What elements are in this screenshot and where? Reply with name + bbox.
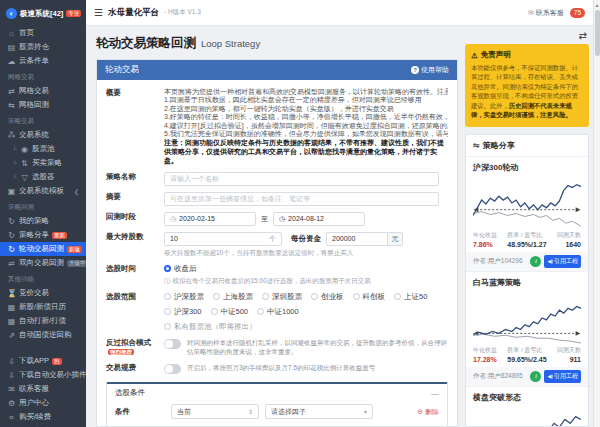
home-icon: ⌂	[7, 29, 16, 38]
right-sidebar: ⇄ ⚠ 免责声明 本功能仅供参考，不保证回测数据、计算过程、计算结果，存在错误、…	[465, 26, 589, 427]
main-area: ☰ 水母量化平台 - H版本 V1.3 ✉ 联系客服 75 轮动交易策略回测 L…	[86, 0, 593, 427]
brand: ◐ 极速系统[42] 专业	[0, 0, 86, 26]
sidebar-item-system-template[interactable]: ▣交易系统模板❮	[0, 184, 86, 198]
reverse-repo-icon: ⇗	[7, 331, 16, 340]
speaker-icon: ◀)	[547, 373, 553, 379]
share-header: 策略分享	[483, 140, 515, 151]
sidebar-item-download-app[interactable]: ⇩下载APP热	[0, 354, 86, 368]
scope-option-0[interactable]: 沪深股票	[164, 292, 204, 302]
scope-option-label: 上证50	[404, 292, 427, 302]
fund-per-share-input[interactable]: 200000	[326, 232, 388, 246]
stat-label: 回测天数	[557, 346, 581, 355]
sidebar-item-label: 网格交易	[19, 86, 49, 96]
condition-current-select[interactable]: 当前 ⇕	[171, 404, 259, 419]
scope-option-6[interactable]: 沪深300	[164, 307, 202, 317]
stat-value: 911	[557, 356, 581, 363]
sidebar-item-stock-filter[interactable]: └▽选股器	[0, 170, 86, 184]
radio-icon	[257, 308, 264, 315]
sidebar-item-label: 云条件单	[19, 56, 49, 66]
overfit-toggle[interactable]	[164, 339, 181, 349]
sidebar-item-grid-trade[interactable]: ⇄网格交易	[0, 84, 86, 98]
content-area: 轮动交易策略回测 Loop Strategy 轮动交易 ? 使用帮助 概要	[86, 26, 593, 427]
strategy-info-button[interactable]: i	[530, 256, 541, 267]
panel-header: 轮动交易 ? 使用帮助	[97, 60, 457, 80]
sidebar: ◐ 极速系统[42] 专业 ⌂首页▤股票持仓☁云条件单网格交易⇄网格交易⇆网格回…	[0, 0, 86, 427]
sidebar-item-purchase[interactable]: ¤购买/续费	[0, 410, 86, 424]
scope-option-private[interactable]: 私有股票池（即将推出）	[164, 322, 448, 332]
start-date-input[interactable]: ◷ 2020-02-15	[164, 212, 256, 226]
sidebar-item-auction-trade[interactable]: ⌛竞价交易	[0, 286, 86, 300]
delete-condition-button[interactable]: ⊖ 删除	[417, 407, 439, 417]
scope-option-8[interactable]: 中证1000	[257, 307, 299, 317]
sidebar-item-label: 交易系统模板	[19, 186, 64, 196]
sidebar-item-auto-apply[interactable]: ▦自动打新/打债	[0, 314, 86, 328]
sidebar-item-badge-muted: 升级中	[67, 260, 86, 267]
scope-option-label: 创业板	[321, 292, 344, 302]
strategy-card-stats: 年化收益17.28%胜率 / 盈亏比59.65%/2.45回测天数911	[473, 346, 581, 363]
strategy-info-button[interactable]: i	[530, 371, 541, 382]
sidebar-item-trade-system[interactable]: ⁂交易系统	[0, 128, 86, 142]
notification-badge[interactable]: 75	[570, 8, 585, 18]
sidebar-item-cloud-order[interactable]: ☁云条件单	[0, 54, 86, 68]
pick-time-radio-close[interactable]: 收盘后	[164, 264, 448, 274]
strategy-card-title: 横盘突破形态	[473, 392, 581, 403]
chevron-down-icon: ▾	[364, 408, 367, 415]
sidebar-item-ipo-calendar[interactable]: ▦新股/新债日历	[0, 300, 86, 314]
quote-strategy-button[interactable]: ◀)引用工程	[544, 370, 581, 383]
radio-icon	[211, 308, 218, 315]
contact-support-link[interactable]: ✉ 联系客服	[528, 8, 564, 18]
overview-line: 3.好策略的特征是：时间长，收益稳，回撤小等，净值增长平稳，回撤低，近半年仍然有…	[164, 113, 448, 121]
sidebar-item-home[interactable]: ⌂首页	[0, 26, 86, 40]
sidebar-item-loop-backtest[interactable]: ↻轮动交易回测新版	[0, 242, 86, 256]
sidebar-item-dual-backtest[interactable]: ⇌双向交易回测升级中	[0, 256, 86, 270]
help-label: 使用帮助	[421, 65, 449, 75]
scrollbar-thumb[interactable]	[595, 10, 600, 56]
scroll-up-icon[interactable]: ▲	[595, 0, 600, 8]
scope-row: 选股范围 沪深股票上海股票深圳股票创业板科创板上证50沪深300中证500中证1…	[106, 292, 448, 332]
auto-apply-icon: ▦	[7, 317, 16, 326]
end-date-input[interactable]: ◷ 2024-08-12	[273, 212, 365, 226]
menu-icon[interactable]: ☰	[94, 7, 103, 18]
sidebar-item-contact-support[interactable]: ✉联系客服	[0, 382, 86, 396]
swap-layout-icon[interactable]: ⇄	[579, 30, 587, 41]
fee-toggle[interactable]	[164, 364, 181, 374]
collapse-icon[interactable]: —	[431, 389, 439, 398]
page-title: 轮动交易策略回测	[96, 35, 196, 52]
dual-backtest-icon: ⇌	[7, 259, 16, 268]
panel-title: 轮动交易	[105, 64, 139, 76]
summary-input[interactable]: 可在这里添加一些摘要信息，如备注、笔记等	[164, 192, 439, 206]
scope-option-1[interactable]: 上海股票	[213, 292, 253, 302]
tree-branch-icon: └	[12, 160, 17, 167]
scope-option-3[interactable]: 创业板	[311, 292, 344, 302]
help-button[interactable]: ? 使用帮助	[411, 65, 449, 75]
condition-card-title: 选股条件	[115, 388, 145, 398]
my-strategy-icon: ↻	[7, 217, 16, 226]
quote-strategy-button[interactable]: ◀)引用工程	[544, 255, 581, 268]
summary-label: 摘要	[106, 192, 164, 206]
stat-label: 回测天数	[557, 231, 581, 240]
download-plugin-icon: ⇩	[7, 371, 16, 380]
sidebar-item-reverse-repo[interactable]: ⇗自动国债逆回购	[0, 328, 86, 342]
download-app-icon: ⇩	[7, 357, 16, 366]
sidebar-item-buy-sell-strategy[interactable]: └⇅买卖策略	[0, 156, 86, 170]
sidebar-item-positions[interactable]: ▤股票持仓	[0, 40, 86, 54]
scope-option-7[interactable]: 中证500	[211, 307, 249, 317]
sidebar-item-grid-backtest[interactable]: ⇆网格回测	[0, 98, 86, 112]
window-scrollbar[interactable]: ▲	[593, 0, 600, 427]
sidebar-item-user-center[interactable]: ⚙用户中心	[0, 396, 86, 410]
strategy-name-row: 策略名称 请输入一个名称	[106, 172, 448, 186]
sidebar-item-stock-pool[interactable]: └◉股票池	[0, 142, 86, 156]
sidebar-item-my-strategy[interactable]: ↻我的策略	[0, 214, 86, 228]
scope-option-label: 中证500	[221, 307, 249, 317]
sidebar-item-label: 联系客服	[19, 384, 49, 394]
sidebar-item-download-plugin[interactable]: ⇩下载自动交易小插件	[0, 368, 86, 382]
scope-option-2[interactable]: 深圳股票	[262, 292, 302, 302]
strategy-name-input[interactable]: 请输入一个名称	[164, 172, 439, 186]
radio-icon	[262, 293, 269, 300]
scope-option-5[interactable]: 上证50	[394, 292, 427, 302]
sidebar-item-strategy-share[interactable]: ↻策略分享最新	[0, 228, 86, 242]
max-hold-input[interactable]: 10 个	[164, 232, 282, 246]
sidebar-item-label: 用户中心	[19, 398, 49, 408]
scope-option-4[interactable]: 科创板	[353, 292, 386, 302]
condition-factor-select[interactable]: 请选择因子 ▾	[265, 404, 373, 419]
